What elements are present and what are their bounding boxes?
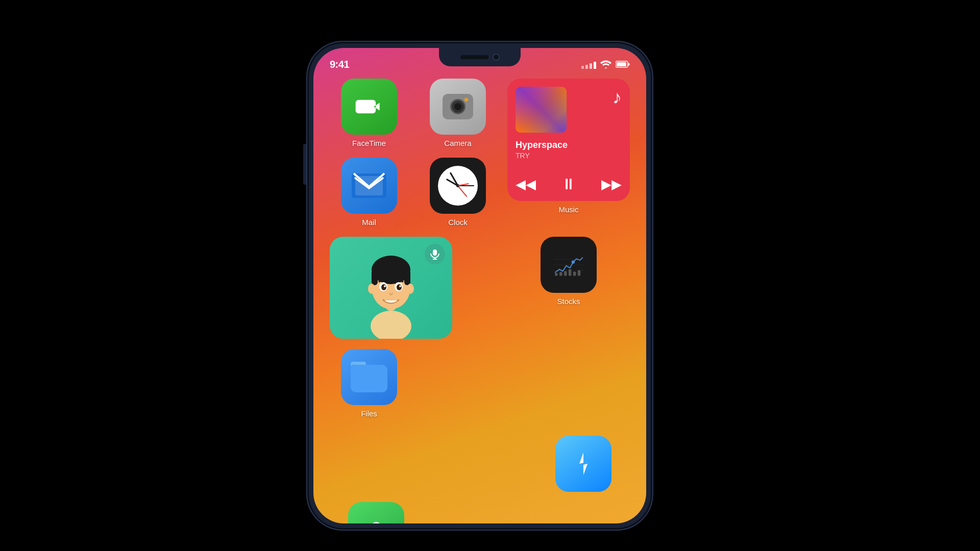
svg-rect-32 — [573, 271, 576, 276]
findmy-app[interactable] — [330, 502, 423, 523]
stocks-app[interactable]: Stocks — [507, 237, 630, 339]
wifi-icon — [600, 60, 611, 70]
mail-label: Mail — [362, 218, 376, 227]
svg-rect-2 — [617, 62, 626, 66]
svg-point-18 — [397, 284, 402, 290]
phone-container: 9:41 — [306, 41, 653, 531]
clock-app[interactable]: Clock — [419, 158, 497, 227]
front-camera — [493, 54, 500, 61]
svg-point-19 — [384, 285, 386, 287]
music-pause-button[interactable]: ⏸ — [561, 176, 576, 193]
music-prev-button[interactable]: ◀◀ — [516, 177, 536, 192]
facetime-icon[interactable] — [341, 79, 397, 135]
signal-icon — [581, 62, 596, 69]
findmy-icon[interactable] — [348, 502, 404, 523]
testflight-app[interactable] — [536, 436, 630, 492]
app-grid: FaceTime Camera — [330, 79, 630, 418]
stocks-chart — [551, 252, 586, 278]
memoji-inner[interactable] — [330, 237, 452, 339]
svg-rect-14 — [404, 270, 410, 285]
battery-icon — [616, 60, 630, 70]
status-time: 9:41 — [330, 59, 349, 70]
music-title: Hyperspace — [516, 140, 622, 151]
svg-point-20 — [399, 285, 401, 287]
svg-rect-5 — [355, 176, 383, 195]
svg-rect-13 — [372, 270, 378, 285]
phone-screen: 9:41 — [313, 48, 646, 523]
svg-point-34 — [371, 522, 381, 523]
svg-point-22 — [407, 284, 414, 294]
svg-point-17 — [381, 284, 386, 290]
svg-point-27 — [572, 261, 575, 264]
mail-icon[interactable] — [341, 158, 397, 214]
phone-frame: 9:41 — [306, 41, 653, 531]
svg-rect-6 — [433, 249, 437, 256]
bottom-row-apps — [330, 436, 630, 523]
memoji-mic-badge — [425, 244, 445, 264]
music-info: Hyperspace TRY — [516, 140, 622, 160]
svg-point-9 — [371, 311, 411, 339]
files-label: Files — [361, 409, 377, 418]
files-app[interactable]: Files — [330, 349, 408, 418]
clock-icon[interactable] — [430, 158, 486, 214]
svg-rect-33 — [578, 270, 580, 276]
files-folder — [351, 362, 387, 392]
music-next-button[interactable]: ▶▶ — [601, 177, 622, 192]
facetime-label: FaceTime — [352, 139, 386, 147]
notch — [439, 48, 521, 66]
music-artist: TRY — [516, 152, 622, 160]
testflight-icon[interactable] — [555, 436, 611, 492]
status-icons — [581, 60, 630, 70]
svg-rect-1 — [628, 63, 630, 66]
camera-label: Camera — [444, 139, 471, 147]
speaker-grille — [460, 55, 488, 59]
camera-app[interactable]: Camera — [419, 79, 497, 147]
music-controls: ◀◀ ⏸ ▶▶ — [516, 176, 622, 193]
clock-label: Clock — [448, 218, 468, 227]
files-icon[interactable] — [341, 349, 397, 405]
memoji-widget[interactable] — [330, 237, 497, 339]
music-widget[interactable]: ♪ Hyperspace TRY ◀◀ ⏸ ▶▶ Music — [507, 79, 630, 227]
svg-rect-28 — [555, 273, 557, 276]
stocks-label: Stocks — [557, 297, 580, 306]
svg-rect-29 — [559, 272, 562, 276]
facetime-app[interactable]: FaceTime — [330, 79, 408, 147]
camera-icon[interactable] — [430, 79, 486, 135]
stocks-icon[interactable] — [541, 237, 597, 293]
svg-rect-30 — [564, 271, 567, 276]
music-album-art — [516, 87, 567, 133]
svg-rect-31 — [569, 269, 571, 276]
svg-point-21 — [368, 284, 375, 294]
music-label: Music — [558, 205, 578, 214]
mail-app[interactable]: Mail — [330, 158, 408, 227]
music-widget-inner[interactable]: ♪ Hyperspace TRY ◀◀ ⏸ ▶▶ — [507, 79, 630, 201]
clock-face — [438, 166, 478, 206]
music-note-icon: ♪ — [612, 87, 622, 108]
